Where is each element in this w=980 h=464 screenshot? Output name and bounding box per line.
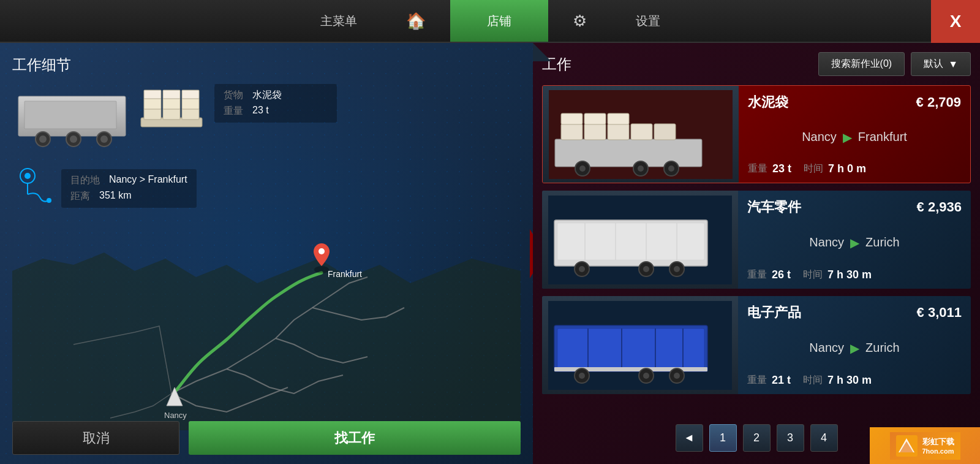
svg-rect-29 <box>561 124 582 140</box>
truck-trailer-image <box>12 84 135 158</box>
job-price-1: € 2,936 <box>917 199 962 215</box>
top-navigation: 主菜单 🏠 店铺 ⚙ 设置 X <box>0 0 980 43</box>
flatbed-truck-svg <box>549 90 733 179</box>
job-info-1: 汽车零件 € 2,936 Nancy ▶ Zurich 重量 26 t <box>738 191 971 289</box>
job-weight-2: 重量 21 t <box>747 374 791 387</box>
job-price-0: € 2,709 <box>916 94 961 110</box>
cargo-name-row: 货物 水泥袋 <box>224 89 328 102</box>
svg-rect-16 <box>163 90 180 99</box>
job-truck-image-2 <box>542 296 738 394</box>
page-button-2[interactable]: 2 <box>743 424 771 452</box>
shop-label: 店铺 <box>487 13 511 29</box>
nav-home[interactable]: 🏠 <box>382 0 450 42</box>
job-cargo-1: 汽车零件 <box>747 198 801 216</box>
cargo-section: 货物 水泥袋 重量 23 t <box>12 84 521 158</box>
job-details-panel: 工作细节 <box>0 43 533 464</box>
svg-rect-28 <box>555 139 702 167</box>
enclosed-truck-svg <box>548 196 732 284</box>
location-icon <box>12 164 61 213</box>
nav-settings[interactable]: 设置 <box>611 0 685 42</box>
svg-point-65 <box>579 373 585 379</box>
job-route-0: Nancy ▶ Frankfurt <box>748 130 961 145</box>
job-cargo-2: 电子产品 <box>747 303 801 322</box>
job-price-2: € 3,011 <box>917 305 962 321</box>
cargo-pallet-icon <box>135 84 208 145</box>
find-job-button[interactable]: 找工作 <box>189 421 521 455</box>
nav-settings-icon[interactable]: ⚙ <box>548 0 611 42</box>
job-card-0[interactable]: 水泥袋 € 2,709 Nancy ▶ Frankfurt 重量 23 t <box>542 85 971 183</box>
svg-point-23 <box>314 266 329 273</box>
route-arrow-1: ▶ <box>850 235 859 250</box>
job-info-0: 水泥袋 € 2,709 Nancy ▶ Frankfurt 重量 23 t <box>739 86 970 183</box>
svg-point-19 <box>24 173 31 179</box>
job-details-row-1: 重量 26 t 时间 7 h 30 m <box>747 268 962 281</box>
page-button-4[interactable]: 4 <box>810 424 838 452</box>
prev-page-button[interactable]: ◄ <box>676 424 703 452</box>
jobs-panel: 工作 搜索新作业(0) 默认 ▼ <box>533 43 980 464</box>
svg-rect-30 <box>584 124 606 140</box>
job-top-row-2: 电子产品 € 3,011 <box>747 303 962 322</box>
page-button-3[interactable]: 3 <box>777 424 804 452</box>
job-list: 水泥袋 € 2,709 Nancy ▶ Frankfurt 重量 23 t <box>542 85 971 415</box>
destination-details-box: 目的地 Nancy > Frankfurt 距离 351 km <box>61 169 197 208</box>
svg-rect-1 <box>24 101 116 129</box>
settings-label: 设置 <box>636 13 660 29</box>
svg-point-40 <box>638 165 644 172</box>
route-arrow-0: ▶ <box>843 130 852 145</box>
cargo-weight-row: 重量 23 t <box>224 105 328 118</box>
jobs-title: 工作 <box>542 55 571 74</box>
job-truck-image-1 <box>542 191 738 289</box>
svg-rect-31 <box>608 124 629 140</box>
dest-row: 目的地 Nancy > Frankfurt <box>70 174 187 187</box>
cargo-details-box: 货物 水泥袋 重量 23 t <box>214 84 337 123</box>
job-route-2: Nancy ▶ Zurich <box>747 341 962 356</box>
route-arrow-2: ▶ <box>850 341 859 356</box>
pallet-svg <box>138 87 205 142</box>
pagination: ◄ 1 2 3 4 彩虹下载 7hon.com <box>542 421 971 455</box>
sort-button[interactable]: 默认 ▼ <box>911 52 971 76</box>
job-top-row-0: 水泥袋 € 2,709 <box>748 93 961 112</box>
svg-rect-12 <box>144 98 161 109</box>
svg-point-5 <box>70 135 77 143</box>
job-details-row-2: 重量 21 t 时间 7 h 30 m <box>747 374 962 387</box>
svg-rect-9 <box>144 108 161 120</box>
job-card-1[interactable]: 汽车零件 € 2,936 Nancy ▶ Zurich 重量 26 t <box>542 191 971 289</box>
main-menu-label: 主菜单 <box>320 13 357 29</box>
svg-point-53 <box>643 266 649 272</box>
svg-text:Frankfurt: Frankfurt <box>328 269 362 279</box>
job-time-2: 时间 7 h 30 m <box>803 374 872 387</box>
search-jobs-button[interactable]: 搜索新作业(0) <box>818 52 905 76</box>
svg-rect-10 <box>163 108 180 120</box>
svg-rect-34 <box>561 113 582 124</box>
svg-rect-15 <box>144 90 161 99</box>
job-card-2[interactable]: 电子产品 € 3,011 Nancy ▶ Zurich 重量 21 t <box>542 296 971 394</box>
svg-rect-32 <box>631 124 652 140</box>
nav-shop[interactable]: 店铺 <box>450 0 548 42</box>
job-details-title: 工作细节 <box>12 55 521 75</box>
job-weight-0: 重量 23 t <box>748 162 791 175</box>
watermark: 彩虹下载 7hon.com <box>870 427 980 464</box>
job-route-1: Nancy ▶ Zurich <box>747 235 962 250</box>
jobs-header: 工作 搜索新作业(0) 默认 ▼ <box>542 52 971 76</box>
main-content: 工作细节 <box>0 43 980 464</box>
gear-icon: ⚙ <box>573 12 587 31</box>
route-map: Frankfurt Nancy <box>12 219 521 433</box>
watermark-text: 彩虹下载 7hon.com <box>922 436 954 455</box>
page-button-1[interactable]: 1 <box>709 424 737 452</box>
svg-point-51 <box>579 266 585 272</box>
trailer-svg <box>12 84 135 151</box>
close-button[interactable]: X <box>931 0 980 43</box>
svg-point-21 <box>47 198 51 203</box>
nav-main-menu[interactable]: 主菜单 <box>296 0 382 42</box>
curtain-truck-svg <box>548 301 732 390</box>
svg-point-7 <box>100 135 108 143</box>
map-area: Frankfurt Nancy <box>12 219 521 433</box>
svg-rect-17 <box>182 90 199 99</box>
svg-point-3 <box>39 135 47 143</box>
svg-point-67 <box>643 373 649 379</box>
svg-point-42 <box>668 165 674 172</box>
job-info-2: 电子产品 € 3,011 Nancy ▶ Zurich 重量 21 t <box>738 296 971 394</box>
search-bar: 搜索新作业(0) 默认 ▼ <box>818 52 971 76</box>
cancel-button[interactable]: 取消 <box>12 421 179 455</box>
bottom-buttons: 取消 找工作 <box>12 421 521 455</box>
